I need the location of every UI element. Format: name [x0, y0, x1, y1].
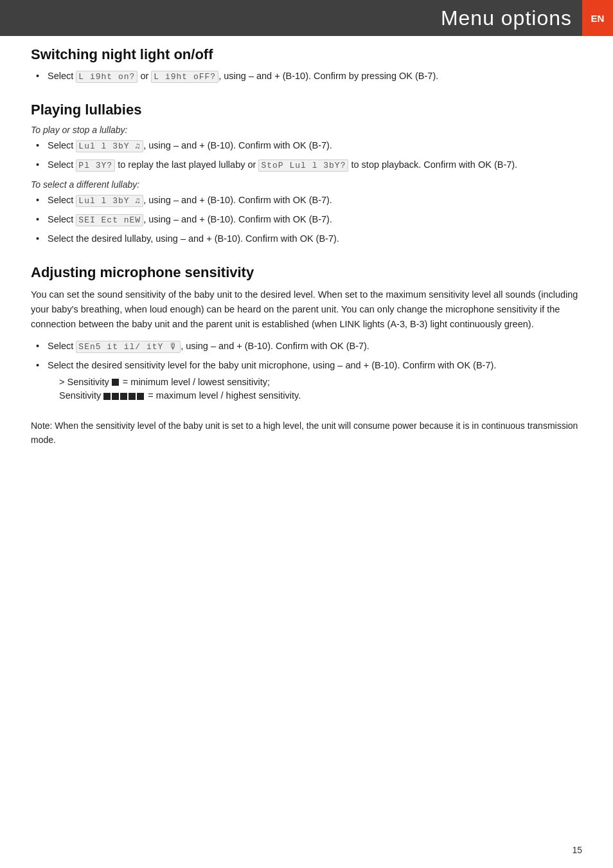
list-item: Select L i9ht on? or L i9ht oFF?, using …	[36, 69, 582, 84]
text-after: to stop playback. Confirm with OK (B-7).	[348, 159, 517, 170]
lullabies-list2: Select Lul l 3bY ♫, using – and + (B-10)…	[31, 194, 582, 246]
sq6	[137, 393, 144, 400]
lcd-lullaby2: Lul l 3bY ♫	[76, 195, 143, 207]
text: Select	[48, 195, 76, 205]
sq3	[112, 393, 119, 400]
section-microphone: Adjusting microphone sensitivity You can…	[31, 264, 582, 448]
text-after: , using – and + (B-10). Confirm with OK …	[143, 214, 332, 224]
main-content: Switching night light on/off Select L i9…	[0, 0, 613, 496]
page-title: Menu options	[0, 6, 582, 30]
lullabies-list1: Select Lul l 3bY ♫, using – and + (B-10)…	[31, 139, 582, 172]
text: Select	[48, 341, 76, 351]
section-title-night-light: Switching night light on/off	[31, 46, 582, 63]
note-block: Note: When the sensitivity level of the …	[31, 419, 582, 448]
note-text: When the sensitivity level of the baby u…	[31, 420, 578, 445]
sq4	[120, 393, 127, 400]
microphone-list: Select SEn5 it il/ itY 🎙, using – and + …	[31, 339, 582, 403]
text: Select	[48, 214, 76, 224]
text-after: , using – and + (B-10). Confirm with OK …	[181, 341, 369, 351]
lullabies-label1: To play or stop a lullaby:	[31, 125, 582, 135]
page-number: 15	[572, 845, 582, 855]
note-label: Note:	[31, 420, 55, 431]
lcd-light-on: L i9ht on?	[76, 71, 138, 83]
text-after: , using – and + (B-10). Confirm by press…	[218, 71, 438, 81]
microphone-body: You can set the sound sensitivity of the…	[31, 287, 582, 332]
lcd-sensitivity-menu: SEn5 it il/ itY 🎙	[76, 341, 181, 353]
lcd-light-off: L i9ht oFF?	[151, 71, 218, 83]
sensitivity-sub: > Sensitivity = minimum level / lowest s…	[48, 375, 582, 404]
text: Select the desired sensitivity level for…	[48, 360, 496, 370]
lcd-stop: StoP Lul l 3bY?	[258, 159, 348, 172]
list-item: Select Pl 3Y? to replay the last played …	[36, 158, 582, 172]
section-lullabies: Playing lullabies To play or stop a lull…	[31, 102, 582, 246]
sq5	[129, 393, 136, 400]
sq2	[103, 393, 111, 400]
text: Select	[48, 159, 76, 170]
night-light-list: Select L i9ht on? or L i9ht oFF?, using …	[31, 69, 582, 84]
list-item: Select the desired sensitivity level for…	[36, 359, 582, 403]
lcd-select-new: SEI Ect nEW	[76, 214, 143, 226]
text: Select	[48, 140, 76, 150]
list-item: Select Lul l 3bY ♫, using – and + (B-10)…	[36, 194, 582, 208]
text-after: , using – and + (B-10). Confirm with OK …	[143, 195, 332, 205]
text-mid: to replay the last played lullaby or	[115, 159, 258, 170]
lcd-lullaby1: Lul l 3bY ♫	[76, 140, 143, 152]
section-title-microphone: Adjusting microphone sensitivity	[31, 264, 582, 281]
list-item: Select Lul l 3bY ♫, using – and + (B-10)…	[36, 139, 582, 153]
section-night-light: Switching night light on/off Select L i9…	[31, 46, 582, 84]
header-bar: Menu options EN	[0, 0, 613, 36]
sq1	[112, 379, 119, 386]
section-title-lullabies: Playing lullabies	[31, 102, 582, 118]
text-after: , using – and + (B-10). Confirm with OK …	[143, 140, 332, 150]
text-mid: or	[138, 71, 151, 81]
sensitivity-max: Sensitivity = maximum level / highest se…	[59, 389, 582, 403]
list-item: Select the desired lullaby, using – and …	[36, 232, 582, 246]
list-item: Select SEn5 it il/ itY 🎙, using – and + …	[36, 339, 582, 354]
text-before: Select	[48, 71, 76, 81]
lcd-play: Pl 3Y?	[76, 159, 115, 172]
lullabies-label2: To select a different lullaby:	[31, 179, 582, 190]
sensitivity-min: > Sensitivity = minimum level / lowest s…	[59, 375, 582, 390]
lang-badge: EN	[582, 0, 613, 36]
text: Select the desired lullaby, using – and …	[48, 233, 339, 244]
list-item: Select SEI Ect nEW, using – and + (B-10)…	[36, 213, 582, 227]
